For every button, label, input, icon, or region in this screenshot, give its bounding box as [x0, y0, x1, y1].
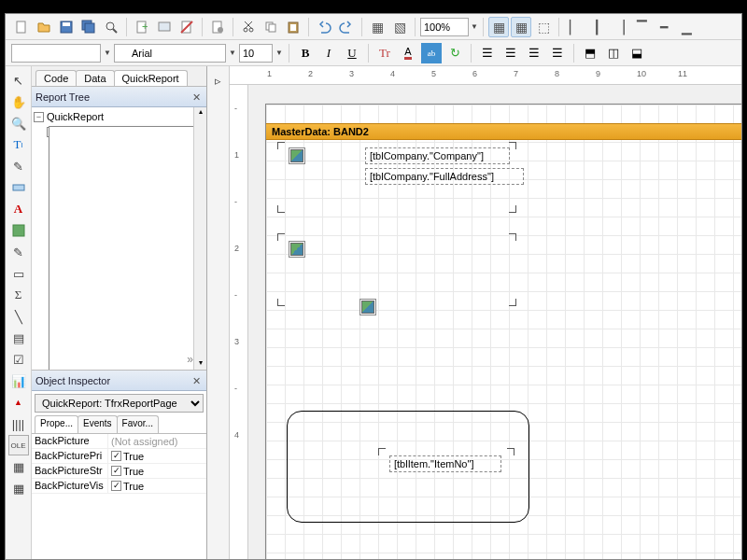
cursor-icon[interactable]: ▹	[208, 70, 229, 91]
valign-mid-icon[interactable]: ◫	[603, 43, 624, 63]
fontcolor-icon[interactable]: A	[398, 43, 418, 63]
close-icon[interactable]: ✕	[190, 91, 203, 104]
dbtext-company[interactable]: [tblCompany."Company"]	[365, 147, 510, 164]
subreport-tool-icon[interactable]: ▭	[8, 263, 29, 284]
page-del-icon[interactable]	[176, 17, 197, 37]
property-row[interactable]: BackPicture(Not assigned)	[32, 434, 206, 449]
fontsize-select[interactable]	[239, 44, 273, 63]
page-add-icon[interactable]: +	[132, 17, 152, 37]
valign-bot-icon[interactable]: ⬓	[627, 43, 647, 63]
zoom-input[interactable]	[420, 18, 469, 36]
text-justify-icon[interactable]: ☰	[547, 43, 568, 63]
font-select[interactable]	[114, 44, 226, 63]
memo-tool-icon[interactable]: A	[8, 199, 29, 219]
align-center-icon[interactable]: ┃	[586, 17, 607, 37]
crosstab-tool-icon[interactable]: ▦	[8, 456, 29, 477]
highlight-icon[interactable]: ab	[421, 43, 442, 63]
tab-quickreport[interactable]: QuickReport	[114, 70, 188, 86]
richtext-tool-icon[interactable]: ▤	[8, 328, 29, 348]
align-bottom-icon[interactable]: ▁	[676, 17, 697, 37]
picture-tool-icon[interactable]	[8, 220, 29, 241]
style-select[interactable]	[11, 44, 101, 63]
align-top-icon[interactable]: ▔	[631, 17, 652, 37]
svg-rect-4	[85, 23, 94, 33]
property-row[interactable]: BackPictureVis✓True	[32, 479, 206, 494]
saveall-icon[interactable]	[78, 17, 99, 37]
grid-icon[interactable]: ▦	[488, 17, 509, 37]
checkbox-tool-icon[interactable]: ☑	[8, 349, 29, 370]
cut-icon[interactable]	[238, 17, 259, 37]
redo-icon[interactable]	[336, 17, 357, 37]
tree-scrollbar[interactable]: ▴ ▾	[193, 107, 206, 370]
group-icon[interactable]: ▦	[367, 17, 388, 37]
zoom-dropdown-icon[interactable]: ▼	[471, 22, 478, 31]
paste-icon[interactable]	[283, 17, 303, 37]
text-center-icon[interactable]: ☰	[500, 43, 521, 63]
tree-overflow-icon: »	[187, 353, 193, 366]
tab-data[interactable]: Data	[76, 70, 114, 86]
tree-item[interactable]: −QuickReport	[34, 109, 204, 124]
size-dropdown-icon[interactable]: ▼	[275, 49, 283, 57]
chart-tool-icon[interactable]: 📊	[8, 371, 29, 391]
gradient-tool-icon[interactable]: ✎	[8, 242, 29, 262]
text-tool-icon[interactable]: TI	[8, 134, 29, 155]
app-window: + ▦ ▧ ▼ ▦ ▦ ⬚ ▏ ┃ ▕ ▔ ━ ▁ ▼ ▼ ▼ B I	[5, 13, 742, 560]
band-tool-icon[interactable]	[8, 177, 29, 198]
inspector-object-select[interactable]: QuickReport: TfrxReportPage	[35, 394, 204, 413]
bold-button[interactable]: B	[295, 43, 316, 63]
page-setup-icon[interactable]	[207, 17, 228, 37]
barcode-tool-icon[interactable]: ||||	[8, 413, 29, 434]
valign-top-icon[interactable]: ⬒	[580, 43, 600, 63]
dbtext-fulladdress[interactable]: [tblCompany."FullAddress"]	[365, 168, 524, 185]
ole-tool-icon[interactable]: OLE	[8, 435, 29, 455]
design-surface[interactable]: MasterData: BAND2 [tblCompany."Company"]…	[248, 85, 741, 559]
property-row[interactable]: BackPictureStr✓True	[32, 464, 206, 479]
rotate-icon[interactable]: ↻	[444, 43, 465, 63]
dbtext-itemno[interactable]: [tblItem."ItemNo"]	[389, 455, 501, 472]
tab-events[interactable]: Events	[78, 415, 118, 433]
picture-object-2[interactable]	[289, 241, 305, 258]
align-mid-icon[interactable]: ━	[654, 17, 674, 37]
align-left-icon[interactable]: ▏	[564, 17, 585, 37]
italic-button[interactable]: I	[318, 43, 339, 63]
preview-icon[interactable]	[101, 17, 121, 37]
undo-icon[interactable]	[314, 17, 334, 37]
object-inspector: QuickReport: TfrxReportPage Prope... Eve…	[32, 391, 206, 559]
select-tool-icon[interactable]: ↖	[8, 70, 29, 91]
snap-icon[interactable]: ⬚	[533, 17, 554, 37]
tab-favorites[interactable]: Favor...	[117, 415, 159, 433]
text-left-icon[interactable]: ☰	[477, 43, 498, 63]
grid-align-icon[interactable]: ▦	[511, 17, 531, 37]
align-right-icon[interactable]: ▕	[609, 17, 629, 37]
dialog-add-icon[interactable]	[154, 17, 175, 37]
format-tool-icon[interactable]: ✎	[8, 156, 29, 176]
picture-object-3[interactable]	[359, 299, 376, 315]
font-dropdown-icon[interactable]: ▼	[229, 49, 236, 57]
underline-button[interactable]: U	[342, 43, 362, 63]
zoom-tool-icon[interactable]: 🔍	[8, 113, 29, 133]
sum-tool-icon[interactable]: Σ	[8, 285, 29, 305]
save-icon[interactable]	[56, 17, 77, 37]
tab-code[interactable]: Code	[35, 70, 77, 86]
format-toolbar: ▼ ▼ ▼ B I U Tr A ab ↻ ☰ ☰ ☰ ☰ ⬒ ◫ ⬓	[6, 40, 741, 66]
band-header[interactable]: MasterData: BAND2	[266, 123, 741, 140]
inspector-title: Object Inspector	[35, 375, 110, 386]
line-tool-icon[interactable]: ╲	[8, 306, 29, 327]
ungroup-icon[interactable]: ▧	[389, 17, 410, 37]
svg-rect-19	[269, 24, 275, 32]
map-tool-icon[interactable]: ▦	[8, 478, 29, 498]
text-right-icon[interactable]: ☰	[524, 43, 544, 63]
picture-object[interactable]	[289, 147, 305, 164]
new-icon[interactable]	[11, 17, 32, 37]
tab-properties[interactable]: Prope...	[35, 415, 78, 433]
hand-tool-icon[interactable]: ✋	[8, 91, 29, 112]
copy-icon[interactable]	[261, 17, 281, 37]
style-dropdown-icon[interactable]: ▼	[104, 49, 111, 57]
report-page[interactable]: MasterData: BAND2 [tblCompany."Company"]…	[265, 104, 741, 559]
pdf-tool-icon[interactable]: ▲	[8, 392, 29, 413]
close-icon[interactable]: ✕	[190, 374, 203, 387]
property-row[interactable]: BackPicturePri✓True	[32, 449, 206, 464]
open-icon[interactable]	[34, 17, 54, 37]
tree-toggle-icon[interactable]: −	[34, 112, 44, 122]
fontcond-icon[interactable]: Tr	[374, 43, 395, 63]
